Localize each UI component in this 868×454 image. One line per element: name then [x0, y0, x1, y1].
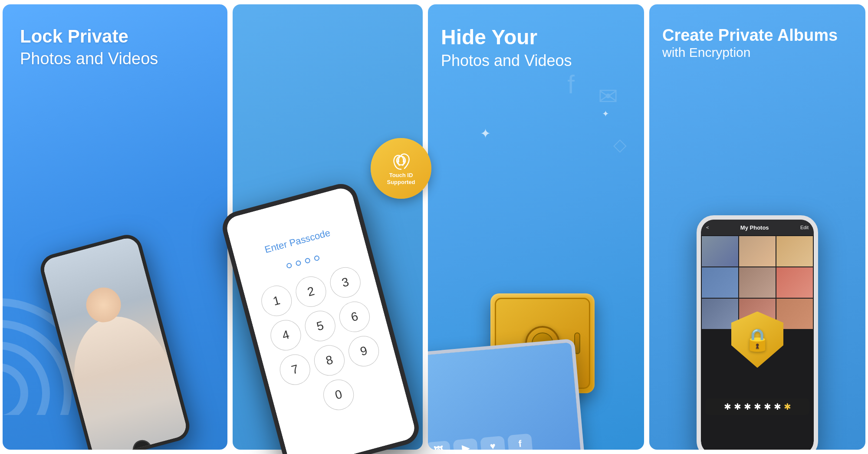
- phone-flat: 🖼 Photos ▶ Videos ♥ Vauto Gallery f Face…: [428, 339, 585, 450]
- phone-screen-1: [41, 236, 188, 450]
- panel-3-title-light: Photos and Videos: [441, 52, 631, 70]
- gallery-app-icon: ♥ Vauto Gallery: [480, 436, 506, 450]
- phone-body-2: Enter Passcode 1 2 3 4 5 6: [219, 180, 423, 454]
- key-4[interactable]: 4: [267, 317, 305, 354]
- pwd-dot-2: ✱: [734, 401, 741, 412]
- phone-flat-screen: 🖼 Photos ▶ Videos ♥ Vauto Gallery f Face…: [428, 342, 581, 450]
- fingerprint-icon: [391, 151, 411, 170]
- pwd-dot-6: ✱: [774, 401, 781, 412]
- passcode-keypad: 1 2 3 4 5 6 7 8 9 0: [258, 264, 391, 423]
- sparkle-2: ✦: [602, 109, 609, 119]
- phone-mockup-3: 🖼 Photos ▶ Videos ♥ Vauto Gallery f Face…: [428, 339, 585, 450]
- key-3[interactable]: 3: [327, 264, 364, 301]
- key-7[interactable]: 7: [276, 351, 314, 388]
- svg-point-0: [3, 367, 24, 415]
- bg-facebook-icon: f: [567, 69, 575, 99]
- photo-thumb-1: [702, 236, 738, 266]
- key-5[interactable]: 5: [302, 307, 339, 345]
- touch-id-text: Touch ID Supported: [387, 172, 415, 185]
- phone-mockup-1: [37, 231, 193, 450]
- photo-thumb-6: [776, 267, 813, 298]
- bg-diamond-icon: ◇: [613, 135, 627, 155]
- pwd-dot-4: ✱: [754, 401, 761, 412]
- pwd-dot-5: ✱: [764, 401, 771, 412]
- bg-mail-icon: ✉: [598, 82, 618, 110]
- panel-2: Touch ID Supported Enter Passcode: [233, 4, 423, 450]
- panel-4-title-bold: Create Private Albums: [662, 26, 852, 45]
- pwd-dot-7: ✱: [784, 401, 791, 412]
- panel-1-title-light: Photos and Videos: [20, 49, 158, 68]
- phone-mockup-4: < My Photos Edit: [697, 215, 818, 450]
- photos-title: My Photos: [740, 224, 769, 231]
- phone-body-1: [37, 231, 193, 450]
- phone-mockup-2: Enter Passcode 1 2 3 4 5 6: [219, 180, 423, 454]
- pwd-dot-3: ✱: [744, 401, 751, 412]
- key-8[interactable]: 8: [311, 342, 348, 379]
- panel-4-title-wrap: Create Private Albums with Encryption: [662, 26, 852, 60]
- panel-3: ✉ f ◇ Hide Your Photos and Videos ✦ ✦ 🖼: [428, 4, 644, 450]
- phone-screen-2: Enter Passcode 1 2 3 4 5 6: [224, 185, 417, 454]
- photo-thumb-2: [739, 236, 776, 266]
- passcode-label: Enter Passcode: [263, 227, 332, 255]
- photo-thumb-3: [776, 236, 813, 266]
- pwd-dot-1: ✱: [724, 401, 731, 412]
- faces-app-icon: f Faces: [507, 433, 533, 450]
- key-0[interactable]: 0: [320, 376, 357, 414]
- key-1[interactable]: 1: [258, 282, 295, 319]
- photos-app-icon: 🖼 Photos: [428, 441, 451, 450]
- key-6[interactable]: 6: [336, 298, 373, 336]
- photo-thumb-5: [739, 267, 776, 298]
- videos-app-icon: ▶ Videos: [453, 438, 479, 450]
- app-icons-row: 🖼 Photos ▶ Videos ♥ Vauto Gallery f Face…: [428, 426, 581, 450]
- password-bar: ✱ ✱ ✱ ✱ ✱ ✱ ✱: [705, 398, 809, 415]
- panel-3-title: Hide Your Photos and Videos: [441, 26, 631, 70]
- panel-4-title-light: with Encryption: [662, 45, 852, 60]
- sparkle-1: ✦: [480, 126, 491, 141]
- panel-1-title: Lock Private Photos and Videos: [20, 26, 210, 69]
- back-button[interactable]: <: [706, 225, 709, 230]
- photos-header: < My Photos Edit: [701, 220, 814, 235]
- key-2[interactable]: 2: [293, 273, 330, 310]
- panel-1-title-bold: Lock Private: [20, 26, 210, 47]
- key-9[interactable]: 9: [345, 332, 382, 370]
- edit-button[interactable]: Edit: [800, 225, 809, 230]
- panel-3-title-bold: Hide Your: [441, 26, 631, 49]
- shield-shape: 🔒: [731, 312, 783, 368]
- photo-thumb-4: [702, 267, 738, 298]
- passcode-screen: Enter Passcode 1 2 3 4 5 6: [224, 185, 417, 454]
- lock-icon: 🔒: [744, 327, 771, 352]
- panel-4: Create Private Albums with Encryption < …: [649, 4, 865, 450]
- passcode-dots: [286, 255, 320, 269]
- panel-1: Lock Private Photos and Videos: [3, 4, 227, 450]
- phone-body-4: < My Photos Edit: [697, 215, 818, 450]
- touch-id-badge: Touch ID Supported: [371, 138, 431, 199]
- lock-shield-overlay: 🔒: [731, 312, 783, 368]
- phone-screen-4: < My Photos Edit: [701, 220, 814, 450]
